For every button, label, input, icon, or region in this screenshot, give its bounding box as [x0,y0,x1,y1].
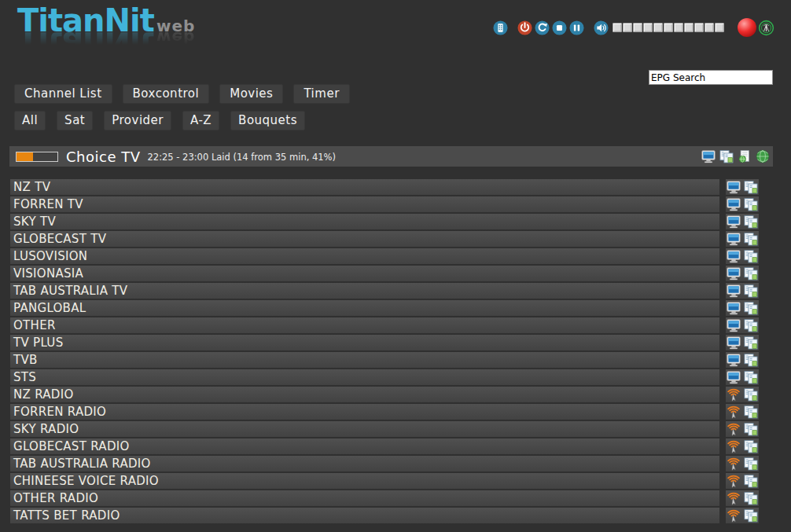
epg-list-icon[interactable] [744,233,758,246]
channel-row[interactable]: STS [10,369,759,385]
channel-name[interactable]: FORREN TV [10,196,719,212]
channel-row[interactable]: TVB [10,352,759,368]
refresh-icon[interactable] [535,20,550,35]
epg-list-icon[interactable] [744,405,758,419]
channel-row[interactable]: GLOBECAST TV [10,231,759,247]
nav-channel-list[interactable]: Channel List [14,84,112,104]
tv-icon[interactable] [727,267,741,281]
volume-segment[interactable] [715,23,724,32]
channel-row[interactable]: NZ TV [10,179,759,195]
radio-icon[interactable] [727,440,741,453]
channel-name[interactable]: TAB AUSTRALIA TV [10,283,719,299]
channel-row[interactable]: TATTS BET RADIO [10,508,759,523]
channel-row[interactable]: NZ RADIO [10,387,759,402]
tv-icon[interactable] [727,198,741,211]
channel-row[interactable]: OTHER [10,317,759,333]
channel-row[interactable]: VISIONASIA [10,266,759,281]
channel-row[interactable]: SKY RADIO [10,421,759,437]
channel-name[interactable]: TAB AUSTRALIA RADIO [10,456,719,471]
epg-list-icon[interactable] [744,215,758,229]
epg-list-icon[interactable] [744,198,758,211]
epg-list-icon[interactable] [744,388,758,402]
channel-row[interactable]: FORREN TV [10,196,759,212]
radio-icon[interactable] [727,492,741,505]
channel-name[interactable]: PANGLOBAL [10,300,719,316]
tv-icon[interactable] [727,336,741,350]
epg-search-input[interactable] [649,70,773,85]
volume-segment[interactable] [684,23,694,32]
nav-bouquets[interactable]: Bouquets [230,111,305,130]
epg-list-icon[interactable] [744,509,758,523]
volume-segment[interactable] [694,23,704,32]
tv-icon[interactable] [727,319,741,332]
volume-segment[interactable] [674,23,683,32]
epg-list-icon[interactable] [744,371,758,384]
tv-icon[interactable] [727,302,741,315]
epg-list-icon[interactable] [744,440,758,453]
pause-icon[interactable] [569,20,584,35]
epg-list-icon[interactable] [744,457,758,471]
volume-segment[interactable] [613,23,622,32]
record-icon[interactable] [738,18,756,37]
channel-name[interactable]: FORREN RADIO [10,404,719,420]
epg-list-icon[interactable] [744,302,758,315]
channel-row[interactable]: FORREN RADIO [10,404,759,420]
radio-icon[interactable] [727,457,741,471]
nav-all[interactable]: All [14,111,46,130]
power-icon[interactable] [517,20,532,35]
channel-name[interactable]: TV PLUS [10,335,719,350]
nav-a-z[interactable]: A-Z [182,111,219,130]
channel-name[interactable]: GLOBECAST RADIO [10,438,719,454]
volume-segment[interactable] [643,23,653,32]
channel-name[interactable]: OTHER RADIO [10,490,719,506]
globe-icon[interactable] [755,149,771,164]
channel-name[interactable]: NZ RADIO [10,387,719,402]
epg-page-icon[interactable] [737,149,752,164]
epg-list-icon[interactable] [744,284,758,298]
volume-segment[interactable] [664,23,673,32]
channel-row[interactable]: TAB AUSTRALIA RADIO [10,456,759,471]
channel-name[interactable]: LUSOVISION [10,248,719,264]
epg-list-icon[interactable] [744,267,758,281]
channel-name[interactable]: GLOBECAST TV [10,231,719,247]
radio-icon[interactable] [727,423,741,436]
channel-name[interactable]: SKY TV [10,214,719,229]
stop-icon[interactable] [552,20,567,35]
tv-icon[interactable] [727,215,741,229]
channel-name[interactable]: SKY RADIO [10,421,719,437]
channel-row[interactable]: LUSOVISION [10,248,759,264]
epg-list-icon[interactable] [744,492,758,505]
tv-icon[interactable] [727,181,741,194]
nav-sat[interactable]: Sat [57,111,93,130]
volume-segment[interactable] [705,23,714,32]
volume-icon[interactable] [594,20,609,35]
channel-row[interactable]: PANGLOBAL [10,300,759,316]
volume-segment[interactable] [623,23,632,32]
channel-name[interactable]: CHINEESE VOICE RADIO [10,473,719,489]
radio-icon[interactable] [727,405,741,419]
channel-row[interactable]: SKY TV [10,214,759,229]
radio-icon[interactable] [727,388,741,402]
tv-icon[interactable] [727,354,741,367]
epg-list-icon[interactable] [744,423,758,436]
monitor-icon[interactable] [701,149,716,164]
tv-icon[interactable] [727,250,741,263]
channel-row[interactable]: TV PLUS [10,335,759,350]
channel-name[interactable]: STS [10,369,719,385]
nav-movies[interactable]: Movies [219,84,283,104]
remote-icon[interactable] [493,20,508,35]
tv-icon[interactable] [727,284,741,298]
volume-segment[interactable] [633,23,642,32]
signal-icon[interactable] [758,19,774,37]
channel-name[interactable]: VISIONASIA [10,266,719,281]
tv-icon[interactable] [727,371,741,384]
radio-icon[interactable] [727,509,741,523]
volume-segment[interactable] [653,23,663,32]
channel-name[interactable]: TVB [10,352,719,368]
channel-row[interactable]: GLOBECAST RADIO [10,438,759,454]
epg-list-icon[interactable] [744,354,758,367]
channel-name[interactable]: TATTS BET RADIO [10,508,719,523]
epg-list-icon[interactable] [744,319,758,332]
channel-row[interactable]: OTHER RADIO [10,490,759,506]
nav-timer[interactable]: Timer [293,84,349,104]
